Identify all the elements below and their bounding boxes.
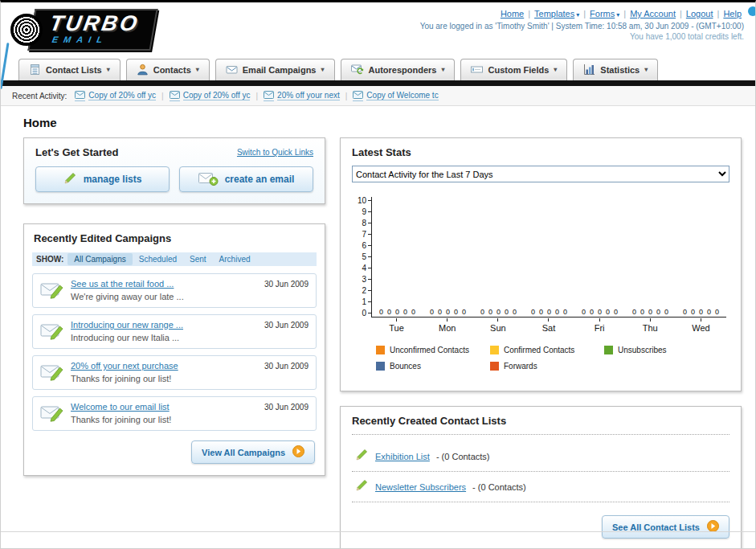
header-link-forms[interactable]: Forms▾ bbox=[590, 9, 619, 18]
campaign-row: 20% off your next purchaseThanks for joi… bbox=[32, 355, 317, 390]
recent-activity-label: Recent Activity: bbox=[12, 92, 67, 100]
campaign-title-link[interactable]: Introducing our new range ... bbox=[71, 320, 258, 330]
contact-activity-chart: 109876543210 000000000000000000000000000… bbox=[355, 197, 726, 318]
nav-tab-email-campaigns[interactable]: Email Campaigns▾ bbox=[215, 59, 335, 80]
logo-swirl-icon bbox=[10, 14, 43, 46]
bar-value-label: 0 bbox=[640, 308, 644, 316]
x-axis-label: Fri bbox=[574, 318, 625, 333]
email-edit-icon bbox=[40, 403, 64, 425]
logo-text: TURBO bbox=[48, 13, 141, 35]
nav-tab-label: Email Campaigns bbox=[243, 65, 317, 75]
bar-value-label: 0 bbox=[379, 308, 383, 316]
y-axis-label: 1 bbox=[362, 298, 366, 306]
bar-group-values: 00000 bbox=[423, 308, 473, 316]
campaign-row: See us at the retail food ...We're givin… bbox=[32, 273, 317, 308]
chevron-down-icon: ▾ bbox=[441, 66, 444, 73]
chevron-down-icon: ▾ bbox=[196, 66, 199, 73]
create-email-label: create an email bbox=[225, 174, 295, 185]
nav-tab-label: Contacts bbox=[153, 65, 191, 75]
filter-scheduled[interactable]: Scheduled bbox=[133, 253, 183, 265]
header-link-help[interactable]: Help bbox=[723, 9, 742, 18]
campaign-title-link[interactable]: Welcome to our email list bbox=[71, 402, 258, 412]
campaigns-panel: Recently Edited Campaigns SHOW: All Camp… bbox=[23, 223, 325, 476]
nav-tab-label: Autoresponders bbox=[369, 65, 437, 75]
chevron-down-icon: ▾ bbox=[107, 66, 110, 73]
recent-activity-item[interactable]: Copy of 20% off yc bbox=[75, 91, 156, 101]
header-link-my-account[interactable]: My Account bbox=[630, 9, 676, 18]
see-all-contact-lists-button[interactable]: See All Contact Lists bbox=[602, 515, 729, 539]
contacts-icon bbox=[137, 64, 149, 76]
switch-quick-links-link[interactable]: Switch to Quick Links bbox=[237, 148, 313, 157]
bar-value-label: 0 bbox=[656, 308, 660, 316]
legend-item: Bounces bbox=[376, 362, 490, 371]
filter-archived[interactable]: Archived bbox=[213, 253, 257, 265]
view-all-campaigns-button[interactable]: View All Campaigns bbox=[191, 440, 315, 464]
bar-value-label: 0 bbox=[563, 308, 567, 316]
filter-all-campaigns[interactable]: All Campaigns bbox=[67, 253, 132, 265]
header-link-templates[interactable]: Templates▾ bbox=[534, 9, 579, 18]
contact-list-detail: - (0 Contacts) bbox=[472, 482, 526, 492]
recent-activity-item[interactable]: Copy of 20% off yc bbox=[170, 91, 251, 101]
filter-sent[interactable]: Sent bbox=[183, 253, 213, 265]
bar-value-label: 0 bbox=[411, 308, 415, 316]
y-axis-label: 9 bbox=[362, 208, 366, 216]
chart-plot-area: 00000000000000000000000000000000000 bbox=[371, 197, 726, 318]
recent-activity-text: 20% off your next bbox=[277, 91, 340, 100]
bar-value-label: 0 bbox=[691, 308, 695, 316]
see-all-contact-lists-label: See All Contact Lists bbox=[612, 522, 700, 532]
nav-tab-autoresponders[interactable]: Autoresponders▾ bbox=[341, 59, 456, 80]
bar-value-label: 0 bbox=[430, 308, 434, 316]
recent-activity-item[interactable]: 20% off your next bbox=[264, 91, 340, 101]
footer-divider bbox=[1, 531, 755, 532]
recent-activity-bar: Recent Activity: Copy of 20% off yc|Copy… bbox=[1, 86, 755, 106]
chart-x-spacer bbox=[355, 318, 371, 333]
campaign-subtitle: Thanks for joining our list! bbox=[71, 374, 258, 383]
chevron-down-icon: ▾ bbox=[554, 66, 557, 73]
bar-group-values: 00000 bbox=[473, 308, 524, 316]
y-axis-label: 10 bbox=[358, 197, 366, 205]
bar-value-label: 0 bbox=[438, 308, 442, 316]
nav-tab-contacts[interactable]: Contacts▾ bbox=[126, 59, 210, 80]
create-email-button[interactable]: create an email bbox=[179, 166, 313, 192]
campaign-title-link[interactable]: 20% off your next purchase bbox=[71, 361, 258, 371]
contact-list-link[interactable]: Exhibition List bbox=[375, 452, 430, 461]
nav-tab-contact-lists[interactable]: Contact Lists▾ bbox=[18, 59, 121, 80]
legend-label: Unconfirmed Contacts bbox=[390, 346, 469, 354]
get-started-header: Let's Get Started Switch to Quick Links bbox=[35, 146, 313, 158]
see-all-row: See All Contact Lists bbox=[352, 515, 729, 539]
campaigns-filter-bar: SHOW: All CampaignsScheduledSentArchived bbox=[32, 252, 317, 266]
email-icon bbox=[353, 91, 363, 101]
nav-tab-label: Custom Fields bbox=[488, 65, 549, 75]
contact-list-link[interactable]: Newsletter Subscribers bbox=[375, 482, 466, 492]
link-separator: | bbox=[583, 9, 586, 18]
recent-activity-item[interactable]: Copy of Welcome tc bbox=[353, 91, 438, 101]
nav-underline bbox=[1, 80, 755, 86]
y-axis-label: 0 bbox=[362, 309, 366, 318]
recent-activity-items: Copy of 20% off yc|Copy of 20% off yc|20… bbox=[75, 91, 443, 101]
nav-tab-statistics[interactable]: Statistics▾ bbox=[573, 59, 658, 80]
header-link-logout[interactable]: Logout bbox=[686, 9, 713, 18]
separator: | bbox=[345, 92, 348, 100]
email-icon bbox=[75, 91, 85, 101]
campaign-title-link[interactable]: See us at the retail food ... bbox=[71, 279, 258, 289]
bar-value-label: 0 bbox=[555, 308, 559, 316]
logo-subtext: EMAIL bbox=[51, 35, 137, 44]
bar-value-label: 0 bbox=[462, 308, 466, 316]
bar-value-label: 0 bbox=[715, 308, 719, 316]
chevron-down-icon: ▾ bbox=[616, 11, 619, 18]
manage-lists-button[interactable]: manage lists bbox=[35, 166, 170, 192]
nav-tab-custom-fields[interactable]: Custom Fields▾ bbox=[460, 59, 567, 80]
link-separator: | bbox=[528, 9, 530, 18]
bar-value-label: 0 bbox=[614, 308, 618, 316]
chevron-down-icon: ▾ bbox=[576, 11, 579, 18]
bar-value-label: 0 bbox=[606, 308, 610, 316]
recent-activity-text: Copy of 20% off yc bbox=[88, 91, 156, 100]
bar-value-label: 0 bbox=[488, 308, 492, 316]
bar-value-label: 0 bbox=[683, 308, 687, 316]
header-link-home[interactable]: Home bbox=[501, 9, 524, 18]
stats-period-select[interactable]: Contact Activity for the Last 7 Days bbox=[352, 166, 729, 182]
campaign-row: Welcome to our email listThanks for join… bbox=[32, 396, 317, 431]
legend-label: Unsubscribes bbox=[618, 346, 667, 354]
campaign-date: 30 Jun 2009 bbox=[264, 403, 309, 412]
bar-value-label: 0 bbox=[446, 308, 450, 316]
